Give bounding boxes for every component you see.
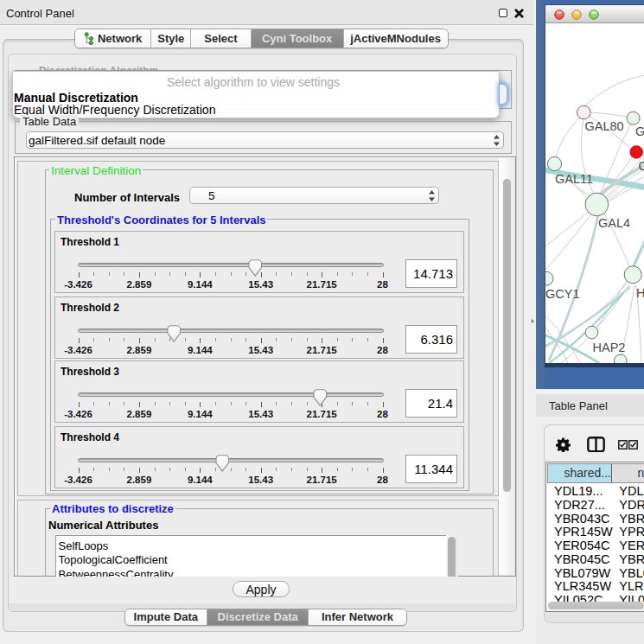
svg-text:GAL11: GAL11	[555, 172, 593, 186]
svg-text:GAL80: GAL80	[585, 119, 624, 133]
svg-text:H: H	[636, 286, 644, 300]
svg-text:GAL4: GAL4	[598, 216, 630, 230]
svg-text:HAP2: HAP2	[593, 341, 626, 354]
svg-text:GA: GA	[635, 124, 644, 138]
svg-text:C: C	[639, 159, 644, 173]
svg-text:GCY1: GCY1	[545, 287, 580, 301]
